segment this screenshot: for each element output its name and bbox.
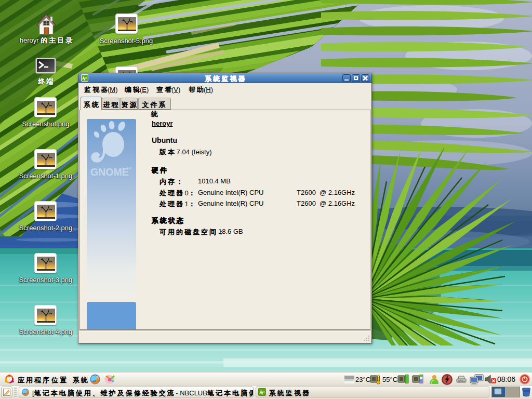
svg-text:GNOME: GNOME (90, 166, 129, 178)
svg-text:TM: TM (126, 166, 131, 170)
